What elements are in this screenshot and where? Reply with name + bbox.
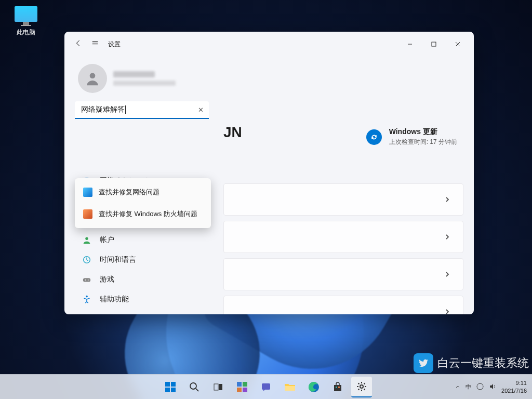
suggestion-item[interactable]: 查找并修复 Windows 防火墙问题 <box>75 203 211 225</box>
titlebar: 设置 <box>64 32 474 57</box>
settings-card[interactable] <box>223 296 463 314</box>
gamepad-icon <box>82 275 91 284</box>
sidebar-item-time-language[interactable]: 时间和语言 <box>75 250 211 270</box>
clock-globe-icon <box>82 255 91 264</box>
svg-rect-25 <box>285 386 295 391</box>
svg-point-17 <box>190 383 196 389</box>
svg-point-1 <box>90 73 96 78</box>
svg-point-31 <box>477 383 483 390</box>
chat-button[interactable] <box>256 377 276 397</box>
maximize-button[interactable] <box>422 36 446 52</box>
windows-update-status[interactable]: Windows 更新 上次检查时间: 17 分钟前 <box>366 127 457 147</box>
desktop-icon-label: 此电脑 <box>6 28 46 37</box>
taskbar: 中 9:11 2021/7/16 <box>0 374 532 399</box>
svg-rect-18 <box>214 384 218 390</box>
settings-card[interactable] <box>223 183 463 216</box>
settings-card[interactable] <box>223 258 463 290</box>
profile[interactable] <box>75 57 211 101</box>
svg-rect-22 <box>237 388 242 392</box>
svg-rect-23 <box>243 388 247 392</box>
watermark-logo-icon <box>414 353 433 373</box>
settings-app-button[interactable] <box>351 377 372 397</box>
search-input[interactable]: 网络疑难解答 ✕ <box>75 101 209 119</box>
clear-search-button[interactable]: ✕ <box>198 106 204 114</box>
person-icon <box>82 235 91 245</box>
svg-point-30 <box>360 385 363 388</box>
svg-rect-21 <box>243 382 247 387</box>
suggestion-item[interactable]: 查找并修复网络问题 <box>75 181 211 203</box>
task-view-button[interactable] <box>208 377 229 397</box>
svg-point-11 <box>88 280 89 281</box>
svg-rect-28 <box>336 387 337 388</box>
minimize-button[interactable] <box>398 36 422 52</box>
window-title: 设置 <box>108 40 121 49</box>
svg-rect-29 <box>338 387 340 388</box>
settings-window: 设置 网络疑难解答 ✕ 查找并修复网络问题 <box>64 32 474 314</box>
svg-rect-24 <box>262 383 270 390</box>
page-title: JN <box>223 124 242 141</box>
watermark: 白云一键重装系统 www.baiyunxitong.com <box>414 353 529 373</box>
svg-rect-14 <box>171 382 176 387</box>
svg-rect-9 <box>83 278 90 282</box>
svg-rect-27 <box>334 385 341 391</box>
svg-point-12 <box>86 296 88 298</box>
store-button[interactable] <box>327 377 348 397</box>
avatar <box>78 64 107 93</box>
taskbar-clock[interactable]: 9:11 2021/7/16 <box>501 379 527 394</box>
file-explorer-button[interactable] <box>280 377 300 397</box>
edge-button[interactable] <box>303 377 324 397</box>
network-tray-icon[interactable] <box>476 383 484 391</box>
ime-indicator[interactable]: 中 <box>466 383 471 391</box>
hamburger-icon[interactable] <box>91 39 99 49</box>
volume-tray-icon[interactable] <box>489 383 496 391</box>
svg-rect-20 <box>237 382 242 387</box>
back-button[interactable] <box>75 39 82 49</box>
search-suggestions: 查找并修复网络问题 查找并修复 Windows 防火墙问题 <box>75 178 211 228</box>
sidebar: 网络疑难解答 ✕ 查找并修复网络问题 查找并修复 Windows 防火墙问题 网… <box>64 57 217 314</box>
sidebar-item-accounts[interactable]: 帐户 <box>75 230 211 250</box>
start-button[interactable] <box>160 377 181 397</box>
svg-rect-19 <box>219 384 222 390</box>
network-troubleshoot-icon <box>83 188 92 197</box>
main-content: JN Windows 更新 上次检查时间: 17 分钟前 <box>217 57 474 314</box>
svg-point-10 <box>85 280 86 281</box>
close-button[interactable] <box>446 36 470 52</box>
update-sync-icon <box>366 129 382 145</box>
search-button[interactable] <box>184 377 205 397</box>
sidebar-item-gaming[interactable]: 游戏 <box>75 270 211 289</box>
svg-rect-15 <box>165 388 170 392</box>
settings-card[interactable] <box>223 221 463 253</box>
firewall-troubleshoot-icon <box>83 209 92 219</box>
widgets-button[interactable] <box>232 377 252 397</box>
desktop-icon-this-pc[interactable]: 此电脑 <box>6 4 46 37</box>
svg-point-7 <box>85 237 88 240</box>
svg-rect-0 <box>432 42 436 46</box>
tray-chevron-icon[interactable] <box>455 384 460 390</box>
svg-rect-13 <box>165 382 170 387</box>
svg-rect-16 <box>171 388 176 392</box>
sidebar-item-accessibility[interactable]: 辅助功能 <box>75 289 211 309</box>
accessibility-icon <box>82 295 91 304</box>
